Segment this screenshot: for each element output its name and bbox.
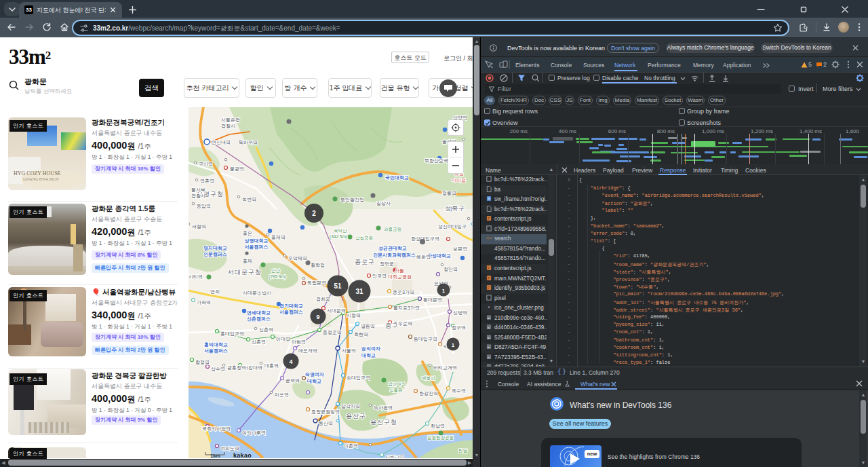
svg-text:남산야외: 남산야외 <box>388 381 406 386</box>
svg-text:국회의사당역: 국회의사당역 <box>202 426 231 431</box>
svg-text:홍은: 홍은 <box>243 231 252 236</box>
svg-text:대흥역: 대흥역 <box>264 363 279 368</box>
svg-text:대학교: 대학교 <box>307 379 321 384</box>
svg-text:용산역: 용산역 <box>319 421 333 426</box>
svg-text:서울은평: 서울은평 <box>221 117 240 123</box>
svg-text:여의나루역: 여의나루역 <box>242 430 266 435</box>
svg-text:와룡공원: 와룡공원 <box>384 227 401 232</box>
svg-text:서대문역: 서대문역 <box>327 308 346 313</box>
svg-text:숙대입구역: 숙대입구역 <box>347 375 370 380</box>
svg-text:새절역: 새절역 <box>191 224 206 229</box>
svg-text:아현역: 아현역 <box>292 339 306 344</box>
svg-text:황학정: 황학정 <box>311 263 325 268</box>
svg-text:마포역: 마포역 <box>275 392 289 397</box>
svg-text:시청역: 시청역 <box>347 313 361 318</box>
svg-text:한성대입구역: 한성대입구역 <box>411 236 439 242</box>
svg-text:동대입구역: 동대입구역 <box>414 337 437 341</box>
svg-text:연희: 연희 <box>210 289 220 294</box>
svg-text:신촌역: 신촌역 <box>252 339 266 344</box>
svg-text:응암역: 응암역 <box>197 204 211 208</box>
svg-text:잠원한강공원: 잠원한강공원 <box>427 435 454 441</box>
svg-text:독바위역: 독바위역 <box>239 140 258 145</box>
svg-text:홍대입구역: 홍대입구역 <box>220 331 244 336</box>
svg-text:용산구청: 용산구청 <box>370 419 397 426</box>
svg-text:역촌역: 역촌역 <box>200 179 214 183</box>
svg-text:경희궁: 경희궁 <box>316 297 330 302</box>
svg-text:울서부: 울서부 <box>191 187 205 192</box>
svg-text:옥수역: 옥수역 <box>452 388 466 393</box>
svg-text:상명대학교: 상명대학교 <box>245 238 269 244</box>
svg-text:가좌역: 가좌역 <box>197 300 211 305</box>
svg-text:무악재역: 무악재역 <box>288 256 307 261</box>
svg-text:삼청공원: 삼청공원 <box>355 236 373 241</box>
svg-text:애오개역: 애오개역 <box>298 348 317 353</box>
svg-text:보문역: 보문역 <box>453 246 467 251</box>
svg-text:길상사: 길상사 <box>376 201 391 206</box>
svg-text:홍익대학교: 홍익대학교 <box>204 342 228 348</box>
svg-text:서대문구청: 서대문구청 <box>228 269 262 276</box>
svg-text:인문사회과학캠퍼스: 인문사회과학캠퍼스 <box>373 253 416 258</box>
svg-text:녹사평역: 녹사평역 <box>374 405 393 411</box>
svg-text:효창공원앞역: 효창공원앞역 <box>311 409 340 415</box>
svg-text:용산구: 용산구 <box>346 413 366 419</box>
svg-text:홍제역: 홍제역 <box>271 235 285 240</box>
svg-text:혜화역: 혜화역 <box>416 255 431 259</box>
svg-text:삼각지역: 삼각지역 <box>341 404 360 409</box>
svg-text:북악산: 북악산 <box>334 228 347 233</box>
svg-text:2: 2 <box>312 210 316 217</box>
svg-text:불광역: 불광역 <box>230 166 244 171</box>
svg-text:이촌역: 이촌역 <box>344 443 358 448</box>
svg-text:신당역: 신당역 <box>453 310 467 315</box>
svg-text:31: 31 <box>355 288 363 295</box>
svg-text:51: 51 <box>334 282 342 290</box>
svg-text:공덕역: 공덕역 <box>285 378 300 384</box>
svg-text:연신내역: 연신내역 <box>212 140 231 145</box>
svg-text:서울캠퍼스: 서울캠퍼스 <box>279 310 303 315</box>
svg-text:이대역: 이대역 <box>276 337 290 341</box>
svg-text:버티고개역: 버티고개역 <box>433 365 457 370</box>
svg-text:경기대학교: 경기대학교 <box>279 303 303 309</box>
svg-text:안국역: 안국역 <box>372 274 387 278</box>
svg-text:(342.5m): (342.5m) <box>330 234 347 240</box>
svg-text:창신역: 창신역 <box>443 267 458 272</box>
svg-text:경찰서: 경찰서 <box>191 193 205 199</box>
svg-text:서강대역: 서강대역 <box>243 365 262 370</box>
svg-text:1km: 1km <box>210 453 220 458</box>
svg-text:식물원: 식물원 <box>389 388 403 393</box>
svg-text:녹번역: 녹번역 <box>242 197 256 202</box>
svg-text:인문캠퍼스: 인문캠퍼스 <box>203 252 227 257</box>
svg-text:서울캠퍼스: 서울캠퍼스 <box>245 244 269 250</box>
svg-text:동대문역: 동대문역 <box>423 297 442 302</box>
svg-text:홍제: 홍제 <box>243 259 252 263</box>
svg-text:서울역: 서울역 <box>342 348 356 353</box>
svg-text:(295.9m): (295.9m) <box>269 274 286 280</box>
svg-text:명지대학교: 명지대학교 <box>203 246 227 251</box>
svg-text:국민대학교: 국민대학교 <box>385 175 409 181</box>
svg-text:성북구: 성북구 <box>445 205 465 212</box>
svg-text:<>: <> <box>486 236 492 241</box>
svg-text:미아점: 미아점 <box>452 178 466 183</box>
svg-text:구산역: 구산역 <box>199 162 213 166</box>
svg-text:안산: 안산 <box>271 268 281 273</box>
svg-text:연세대학교: 연세대학교 <box>247 310 271 316</box>
svg-text:종로구: 종로구 <box>355 259 375 265</box>
svg-text:숙명여자: 숙명여자 <box>305 372 324 377</box>
svg-text:9: 9 <box>316 314 319 320</box>
svg-text:신촌캠퍼스: 신촌캠퍼스 <box>247 316 271 322</box>
svg-text:회현역: 회현역 <box>354 332 368 337</box>
svg-text:광흥창역: 광흥창역 <box>227 365 246 370</box>
svg-text:kakao: kakao <box>233 452 252 458</box>
svg-text:한강진역: 한강진역 <box>419 391 438 396</box>
svg-text:대학교병원: 대학교병원 <box>388 274 412 280</box>
svg-text:서빙고역: 서빙고역 <box>385 455 404 458</box>
svg-text:정릉역: 정릉역 <box>442 191 456 196</box>
svg-text:독립문역: 독립문역 <box>307 280 326 285</box>
svg-text:4: 4 <box>289 358 292 365</box>
svg-text:종로3가역: 종로3가역 <box>393 290 414 295</box>
svg-text:대학교: 대학교 <box>361 353 376 358</box>
svg-text:시티역: 시티역 <box>189 274 203 279</box>
svg-text:청구역: 청구역 <box>452 325 466 331</box>
svg-text:창덕궁: 창덕궁 <box>380 261 394 267</box>
svg-text:충정로역: 충정로역 <box>323 330 342 335</box>
svg-text:중구: 중구 <box>385 322 399 329</box>
